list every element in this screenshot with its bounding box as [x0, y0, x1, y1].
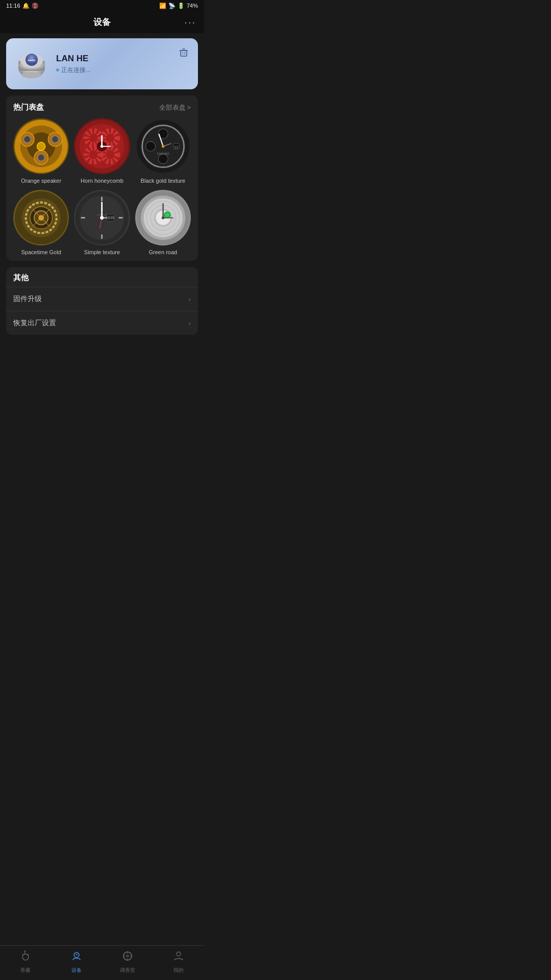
watch-face-horn [74, 118, 130, 174]
svg-point-5 [21, 72, 42, 78]
page-title: 设备 [93, 16, 111, 28]
notification-icon: 🔔 [22, 3, 30, 9]
factory-reset-item[interactable]: 恢复出厂设置 › [6, 311, 198, 335]
hot-faces-header: 热门表盘 全部表盘 > [13, 103, 191, 112]
watch-face-item-black-gold[interactable]: 22 CHRONO Black gold texture [135, 118, 191, 185]
watch-face-orange [13, 118, 69, 174]
svg-point-23 [37, 142, 45, 150]
all-faces-link[interactable]: 全部表盘 > [159, 103, 191, 112]
svg-text:MON: MON [106, 216, 114, 219]
status-right: 📶 📡 🔋 74% [159, 3, 198, 9]
content-area: Hello LAN HE 正在连接... [0, 38, 204, 377]
watch-face-label-green: Green road [149, 249, 178, 256]
status-left: 11:16 🔔 📵 [6, 3, 39, 9]
watch-face-blackgold: 22 CHRONO [135, 118, 191, 174]
svg-point-44 [162, 145, 164, 148]
svg-rect-9 [181, 51, 187, 56]
battery-percent: 74% [187, 3, 198, 9]
svg-point-65 [101, 216, 104, 219]
factory-reset-label: 恢复出厂设置 [13, 318, 56, 328]
svg-point-21 [52, 136, 59, 143]
svg-point-53 [38, 215, 44, 220]
trash-icon [179, 48, 188, 57]
wifi-icon: 📶 [159, 3, 166, 9]
page-header: 设备 ··· [0, 11, 204, 33]
watch-face-item-spacetime-gold[interactable]: Spacetime Gold [13, 190, 69, 256]
watch-face-label-simple: Simple texture [84, 249, 120, 256]
device-name: LAN HE [56, 54, 190, 64]
watch-face-spacetime [13, 190, 69, 246]
signal-icon: 📡 [168, 3, 176, 9]
watch-face-item-green-road[interactable]: Green road [135, 190, 191, 256]
firmware-upgrade-item[interactable]: 固件升级 › [6, 287, 198, 311]
watch-face-item-simple-texture[interactable]: II CORPUS MON Simple texture [74, 190, 130, 256]
device-status: 正在连接... [56, 66, 190, 75]
svg-text:Hello: Hello [28, 59, 36, 62]
device-speaker-svg: Hello [14, 46, 49, 81]
device-info: LAN HE 正在连接... [56, 54, 190, 75]
connection-text: 正在连接... [61, 66, 91, 75]
silent-icon: 📵 [32, 3, 39, 9]
device-icon: Hello [14, 46, 49, 81]
svg-text:22: 22 [174, 145, 178, 149]
svg-point-41 [158, 154, 168, 164]
hot-faces-title: 热门表盘 [13, 103, 44, 112]
svg-point-33 [101, 145, 103, 148]
watch-face-item-horn-honeycomb[interactable]: Horn honeycomb [74, 118, 130, 185]
svg-point-79 [162, 216, 164, 219]
svg-point-20 [23, 136, 31, 143]
svg-text:CHRONO: CHRONO [157, 152, 169, 155]
watch-face-label-horn: Horn honeycomb [81, 177, 123, 184]
connection-dot [56, 68, 59, 71]
other-section: 其他 固件升级 › 恢复出厂设置 › [6, 267, 198, 335]
watch-face-label-blackgold: Black gold texture [141, 177, 185, 184]
firmware-chevron-icon: › [188, 295, 191, 303]
watch-face-label-spacetime: Spacetime Gold [21, 249, 61, 256]
watch-face-label-orange: Orange speaker [21, 177, 61, 184]
status-bar: 11:16 🔔 📵 📶 📡 🔋 74% [0, 0, 204, 11]
other-title: 其他 [6, 267, 198, 287]
more-button[interactable]: ··· [184, 16, 196, 28]
watch-face-green [135, 190, 191, 246]
svg-point-22 [38, 154, 45, 161]
svg-point-39 [145, 141, 155, 151]
battery-icon: 🔋 [178, 3, 185, 9]
svg-point-76 [165, 213, 169, 217]
watch-faces-grid: Orange speaker [13, 118, 191, 256]
device-card[interactable]: Hello LAN HE 正在连接... [6, 38, 198, 89]
device-delete-button[interactable] [177, 45, 191, 60]
watch-face-item-orange-speaker[interactable]: Orange speaker [13, 118, 69, 185]
hot-faces-section: 热门表盘 全部表盘 > [6, 95, 198, 261]
status-time: 11:16 [6, 3, 20, 9]
watch-face-simple: II CORPUS MON [74, 190, 130, 246]
firmware-upgrade-label: 固件升级 [13, 295, 42, 304]
factory-reset-chevron-icon: › [188, 319, 191, 327]
